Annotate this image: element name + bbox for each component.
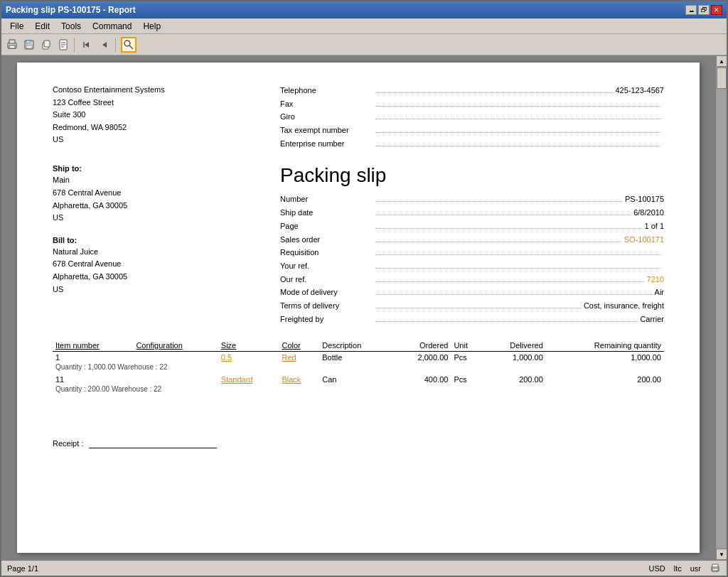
menu-tools[interactable]: Tools <box>55 20 87 33</box>
print-status-icon <box>710 563 721 574</box>
sales-order-label: Sales order <box>280 233 373 247</box>
window-title: Packing slip PS-100175 - Report <box>6 5 136 15</box>
terms-delivery-value: Cost, insurance, freight <box>584 299 664 313</box>
ship-to-name: Main <box>53 174 252 187</box>
mode-delivery-row: Mode of delivery Air <box>280 286 664 299</box>
scroll-up-button[interactable]: ▲ <box>716 55 727 67</box>
page-button[interactable] <box>55 37 71 53</box>
page-info: Page 1/1 <box>7 564 38 573</box>
status-bar: Page 1/1 USD ltc usr <box>1 560 727 576</box>
ship-date-value: 6/8/2010 <box>633 206 664 220</box>
vertical-scrollbar[interactable]: ▲ ▼ <box>715 55 727 560</box>
ship-date-row: Ship date 6/8/2010 <box>280 206 664 220</box>
mode-delivery-value: Air <box>655 286 664 299</box>
col-color: Color <box>279 340 319 352</box>
freighted-row: Freighted by Carrier <box>280 313 664 326</box>
company-address: Contoso Entertainment Systems 123 Coffee… <box>53 84 252 150</box>
telephone-value: 425-123-4567 <box>615 84 664 97</box>
report-container: Contoso Entertainment Systems 123 Coffee… <box>1 55 715 560</box>
description-cell: Bottle <box>319 352 392 364</box>
toolbar-separator-2 <box>115 38 118 52</box>
minimize-button[interactable]: 🗕 <box>685 5 697 15</box>
menu-file[interactable]: File <box>4 20 29 33</box>
toolbar-separator-1 <box>74 38 77 52</box>
receipt-label: Receipt : <box>53 439 83 448</box>
requisition-dots <box>375 254 661 255</box>
company-country: US <box>53 134 252 146</box>
page-row: Page 1 of 1 <box>280 220 664 233</box>
sales-order-link[interactable]: SO-100171 <box>624 235 664 244</box>
save-button[interactable] <box>21 37 37 53</box>
close-button[interactable]: ✕ <box>711 5 722 15</box>
our-ref-link[interactable]: 7210 <box>647 275 664 284</box>
svg-rect-18 <box>712 564 718 567</box>
enterprise-dots <box>375 146 661 146</box>
ship-to-label: Ship to: <box>53 164 252 173</box>
number-label: Number <box>280 193 373 206</box>
size-link-1[interactable]: 0.5 <box>221 353 232 362</box>
menu-command[interactable]: Command <box>87 20 137 33</box>
receipt-line <box>89 438 217 448</box>
configuration-cell-2 <box>133 374 218 385</box>
restore-button[interactable]: 🗗 <box>698 5 710 15</box>
scroll-down-button[interactable]: ▼ <box>716 549 727 560</box>
ship-to-city-state: Alpharetta, GA 30005 <box>53 200 252 212</box>
your-ref-row: Your ref. <box>280 259 664 273</box>
item-number-cell: 1 <box>53 352 133 364</box>
col-remaining: Remaining quantity <box>546 340 664 352</box>
svg-marker-14 <box>102 42 107 48</box>
svg-rect-2 <box>9 45 15 48</box>
size-link-2[interactable]: Standard <box>221 375 253 384</box>
bill-to-country: US <box>53 284 252 296</box>
color-link-2[interactable]: Black <box>282 375 301 384</box>
tax-label: Tax exempt number <box>280 124 373 137</box>
ship-date-label: Ship date <box>280 206 373 220</box>
unit-cell: Pcs <box>451 352 483 364</box>
ship-to-address1: 678 Central Avenue <box>53 187 252 200</box>
svg-rect-5 <box>26 45 32 48</box>
copy-button[interactable] <box>38 37 54 53</box>
scroll-track[interactable] <box>716 67 727 549</box>
report-page: Contoso Entertainment Systems 123 Coffee… <box>17 63 700 553</box>
color-link-1[interactable]: Red <box>282 353 296 362</box>
col-description: Description <box>319 340 392 352</box>
user-indicator: usr <box>690 564 701 573</box>
items-table: Item number Configuration Size Color Des… <box>53 340 664 396</box>
our-ref-row: Our ref. 7210 <box>280 273 664 286</box>
contact-info: Telephone 425-123-4567 Fax Giro <box>280 84 664 150</box>
bill-to-label: Bill to: <box>53 236 252 244</box>
color-cell: Red <box>279 352 319 364</box>
svg-rect-1 <box>9 40 15 43</box>
scroll-thumb[interactable] <box>717 68 727 89</box>
giro-label: Giro <box>280 110 373 124</box>
table-row: 11 Standard Black Can 400.00 Pcs 200.00 … <box>53 374 664 385</box>
window-controls: 🗕 🗗 ✕ <box>685 5 722 15</box>
tax-row: Tax exempt number <box>280 124 664 137</box>
qty-info-1: Quantity : 1,000.00 Warehouse : 22 <box>53 363 664 374</box>
menu-edit[interactable]: Edit <box>29 20 55 33</box>
menu-help[interactable]: Help <box>137 20 166 33</box>
main-window: Packing slip PS-100175 - Report 🗕 🗗 ✕ Fi… <box>0 0 728 577</box>
number-row: Number PS-100175 <box>280 193 664 206</box>
requisition-label: Requisition <box>280 246 373 259</box>
nav-prev-button[interactable] <box>97 37 112 53</box>
receipt-section: Receipt : <box>53 438 664 448</box>
item-number-cell-2: 11 <box>53 374 133 385</box>
zoom-button[interactable] <box>121 37 136 53</box>
number-value: PS-100175 <box>625 193 664 206</box>
col-item-number: Item number <box>53 340 133 352</box>
col-size: Size <box>218 340 279 352</box>
col-configuration: Configuration <box>133 340 218 352</box>
toolbar <box>1 34 727 55</box>
your-ref-label: Your ref. <box>280 259 373 273</box>
ship-date-dots <box>375 215 631 215</box>
bill-to-city-state: Alpharetta, GA 30005 <box>53 271 252 284</box>
nav-first-button[interactable] <box>80 37 95 53</box>
sales-order-dots <box>375 242 621 242</box>
telephone-label: Telephone <box>280 84 373 97</box>
ship-bill-addresses: Ship to: Main 678 Central Avenue Alphare… <box>53 164 252 325</box>
print-button[interactable] <box>4 37 20 53</box>
bill-to-address1: 678 Central Avenue <box>53 258 252 271</box>
telephone-dots <box>375 92 612 93</box>
fax-dots <box>375 106 661 107</box>
